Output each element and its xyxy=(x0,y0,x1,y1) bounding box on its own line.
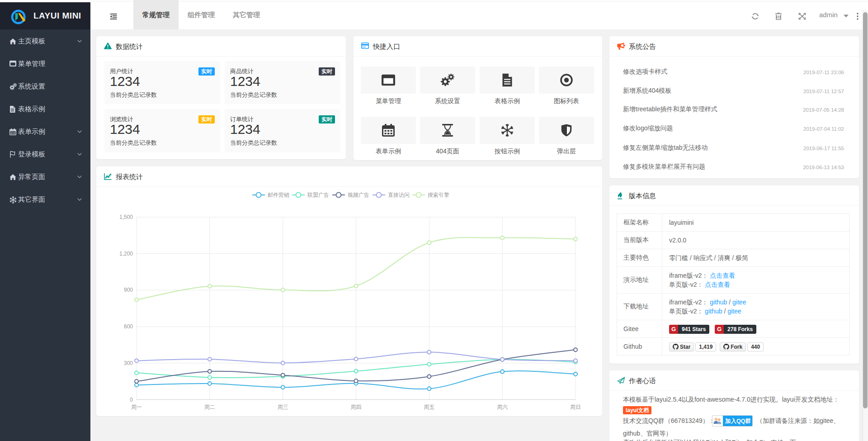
svg-text:搜索引擎: 搜索引擎 xyxy=(428,192,449,198)
svg-text:周日: 周日 xyxy=(570,404,581,410)
svg-text:周二: 周二 xyxy=(204,404,215,410)
svg-text:联盟广告: 联盟广告 xyxy=(307,192,329,198)
svg-text:直接访问: 直接访问 xyxy=(388,192,410,198)
svg-text:视频广告: 视频广告 xyxy=(347,192,369,198)
svg-text:周一: 周一 xyxy=(131,404,142,410)
svg-text:邮件营销: 邮件营销 xyxy=(268,192,289,198)
svg-text:周三: 周三 xyxy=(278,404,288,410)
svg-text:0: 0 xyxy=(130,397,133,403)
svg-text:周五: 周五 xyxy=(424,404,434,410)
svg-text:周六: 周六 xyxy=(497,404,508,410)
svg-text:300: 300 xyxy=(124,360,133,366)
svg-text:600: 600 xyxy=(124,323,133,330)
svg-text:1,500: 1,500 xyxy=(119,214,133,220)
svg-text:900: 900 xyxy=(124,287,133,293)
svg-text:周四: 周四 xyxy=(351,404,362,410)
svg-text:1,200: 1,200 xyxy=(119,251,133,257)
